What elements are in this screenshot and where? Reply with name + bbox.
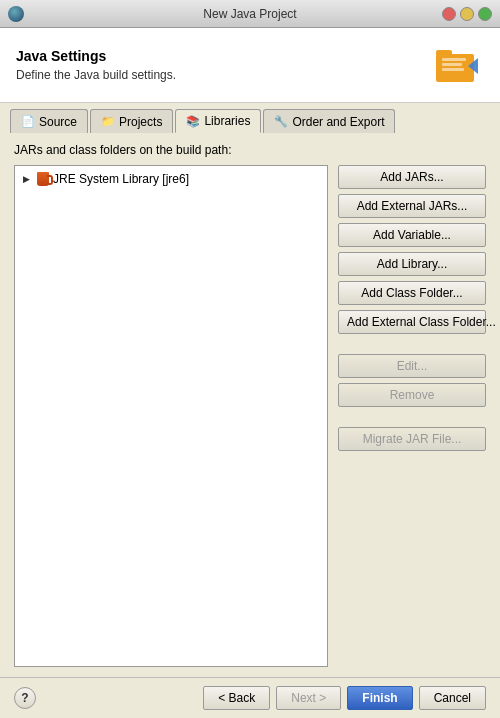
svg-rect-3 [442, 63, 462, 66]
header-title: Java Settings [16, 48, 176, 64]
svg-rect-4 [442, 68, 464, 71]
jre-label: JRE System Library [jre6] [53, 172, 189, 186]
bottom-right: < Back Next > Finish Cancel [203, 686, 486, 710]
add-external-jars-button[interactable]: Add External JARs... [338, 194, 486, 218]
header: Java Settings Define the Java build sett… [0, 28, 500, 103]
svg-rect-2 [442, 58, 466, 61]
libraries-tab-icon: 📚 [186, 115, 200, 128]
tab-source-label: Source [39, 115, 77, 129]
tree-item-jre[interactable]: ▶ JRE System Library [jre6] [19, 170, 323, 188]
tab-projects-label: Projects [119, 115, 162, 129]
source-tab-icon: 📄 [21, 115, 35, 128]
title-bar: New Java Project [0, 0, 500, 28]
maximize-button[interactable] [478, 7, 492, 21]
tab-libraries-label: Libraries [204, 114, 250, 128]
tab-projects[interactable]: 📁 Projects [90, 109, 173, 133]
tab-bar: 📄 Source 📁 Projects 📚 Libraries 🔧 Order … [0, 103, 500, 133]
add-class-folder-button[interactable]: Add Class Folder... [338, 281, 486, 305]
tab-order-export-label: Order and Export [292, 115, 384, 129]
order-export-tab-icon: 🔧 [274, 115, 288, 128]
title-bar-left [8, 6, 24, 22]
migrate-jar-file-button[interactable]: Migrate JAR File... [338, 427, 486, 451]
cancel-button[interactable]: Cancel [419, 686, 486, 710]
tab-order-export[interactable]: 🔧 Order and Export [263, 109, 395, 133]
header-text: Java Settings Define the Java build sett… [16, 48, 176, 82]
bottom-bar: ? < Back Next > Finish Cancel [0, 677, 500, 718]
content-body: ▶ JRE System Library [jre6] Add JARs... … [14, 165, 486, 667]
buttons-panel: Add JARs... Add External JARs... Add Var… [338, 165, 486, 667]
tree-arrow-icon: ▶ [23, 174, 33, 184]
title-bar-title: New Java Project [0, 7, 500, 21]
edit-button[interactable]: Edit... [338, 354, 486, 378]
back-button[interactable]: < Back [203, 686, 270, 710]
bottom-left: ? [14, 687, 36, 709]
projects-tab-icon: 📁 [101, 115, 115, 128]
content: JARs and class folders on the build path… [0, 133, 500, 677]
finish-button[interactable]: Finish [347, 686, 412, 710]
tab-source[interactable]: 📄 Source [10, 109, 88, 133]
dialog: Java Settings Define the Java build sett… [0, 28, 500, 718]
content-description: JARs and class folders on the build path… [14, 143, 486, 157]
add-variable-button[interactable]: Add Variable... [338, 223, 486, 247]
spacer [338, 339, 486, 349]
add-jars-button[interactable]: Add JARs... [338, 165, 486, 189]
add-external-class-folder-button[interactable]: Add External Class Folder... [338, 310, 486, 334]
next-button[interactable]: Next > [276, 686, 341, 710]
svg-rect-1 [436, 50, 452, 56]
help-button[interactable]: ? [14, 687, 36, 709]
title-bar-controls [442, 7, 492, 21]
tree-panel[interactable]: ▶ JRE System Library [jre6] [14, 165, 328, 667]
jre-icon [37, 172, 49, 186]
spacer2 [338, 412, 486, 422]
remove-button[interactable]: Remove [338, 383, 486, 407]
minimize-button[interactable] [460, 7, 474, 21]
header-icon [434, 40, 484, 90]
tab-libraries[interactable]: 📚 Libraries [175, 109, 261, 133]
jre-cup-icon [37, 172, 49, 186]
close-button[interactable] [442, 7, 456, 21]
header-subtitle: Define the Java build settings. [16, 68, 176, 82]
add-library-button[interactable]: Add Library... [338, 252, 486, 276]
app-icon [8, 6, 24, 22]
